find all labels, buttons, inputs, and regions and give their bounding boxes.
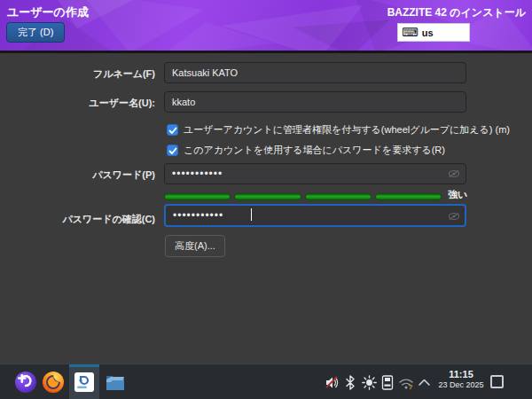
- reveal-password-icon[interactable]: [448, 168, 460, 180]
- removable-media-icon[interactable]: [381, 375, 394, 390]
- require-password-checkbox-label: このアカウントを使用する場合にパスワードを要求する(R): [184, 144, 445, 157]
- clock-time: 11:15: [436, 369, 486, 380]
- strength-segment: [164, 193, 231, 200]
- confirm-password-label: パスワードの確認(C): [18, 213, 155, 226]
- password-input[interactable]: [164, 163, 466, 184]
- password-strength-label: 強い: [448, 188, 467, 201]
- taskbar: ? 11:15 23 Dec 2025: [0, 364, 532, 399]
- product-title: BAZZITE 42 のインストール: [387, 5, 526, 20]
- fullname-label: フルネーム(F): [18, 67, 155, 81]
- done-button[interactable]: 完了 (D): [6, 22, 65, 43]
- admin-checkbox-row[interactable]: ユーザーアカウントに管理者権限を付与する(wheelグループに加える) (m): [167, 123, 510, 137]
- clock-date: 23 Dec 2025: [436, 380, 486, 390]
- volume-muted-icon[interactable]: [325, 375, 340, 390]
- admin-checkbox-label: ユーザーアカウントに管理者権限を付与する(wheelグループに加える) (m): [184, 123, 510, 137]
- username-label: ユーザー名(U):: [18, 97, 155, 110]
- keyboard-layout-indicator[interactable]: ⌨ us: [397, 23, 470, 42]
- confirm-password-input[interactable]: [164, 204, 466, 227]
- strength-segment: [305, 193, 372, 200]
- password-field-wrap: [164, 163, 466, 184]
- installer-app-icon: [74, 372, 95, 393]
- page-title: ユーザーの作成: [7, 4, 89, 20]
- text-caret: [251, 208, 252, 221]
- installer-window: ユーザーの作成 完了 (D) BAZZITE 42 のインストール ⌨ us フ…: [0, 0, 532, 399]
- require-password-checkbox[interactable]: [167, 145, 178, 156]
- keyboard-layout-label: us: [422, 27, 434, 38]
- strength-segment: [375, 193, 442, 200]
- header-divider: [0, 51, 532, 53]
- username-input[interactable]: [164, 91, 466, 113]
- installer-task-active[interactable]: [69, 364, 99, 399]
- checkmark-icon: [168, 126, 177, 135]
- password-label: パスワード(P): [18, 168, 155, 182]
- svg-text:?: ?: [409, 383, 413, 390]
- header-banner: ユーザーの作成 完了 (D) BAZZITE 42 のインストール ⌨ us: [0, 0, 532, 51]
- checkmark-icon: [168, 146, 177, 155]
- password-strength-bar: [164, 193, 442, 200]
- fullname-input[interactable]: [164, 62, 466, 83]
- bazzite-launcher-icon[interactable]: [14, 371, 37, 394]
- bluetooth-icon[interactable]: [345, 375, 356, 390]
- tray-expand-chevron-icon[interactable]: [418, 375, 431, 390]
- wifi-unknown-icon[interactable]: ?: [397, 375, 415, 390]
- keyboard-icon: ⌨: [402, 27, 419, 38]
- advanced-button[interactable]: 高度(A)...: [165, 235, 225, 257]
- require-password-checkbox-row[interactable]: このアカウントを使用する場合にパスワードを要求する(R): [167, 144, 445, 157]
- clock-widget[interactable]: 11:15 23 Dec 2025: [436, 369, 486, 390]
- confirm-password-field-wrap: [164, 204, 466, 228]
- firefox-launcher-icon[interactable]: [42, 371, 65, 394]
- reveal-password-icon[interactable]: [448, 210, 460, 223]
- active-task-indicator: [69, 364, 99, 367]
- strength-segment: [234, 193, 301, 200]
- brightness-icon[interactable]: [362, 375, 377, 390]
- show-desktop-button[interactable]: [490, 375, 504, 388]
- admin-checkbox[interactable]: [167, 124, 178, 136]
- file-manager-launcher-icon[interactable]: [105, 372, 126, 393]
